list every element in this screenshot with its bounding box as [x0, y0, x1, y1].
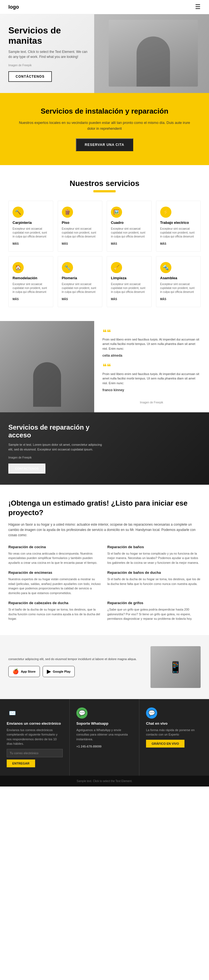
app-mockup-image: [150, 646, 201, 688]
service-more-1[interactable]: MÁS: [62, 242, 68, 245]
testimonial-item-0: ❝❝ Proin sed libero enim sed faucibus tu…: [102, 329, 201, 358]
repair-image-credit: Imagen de Freepik: [8, 456, 103, 459]
estimate-item-title-3: Reparación de baños de ducha: [107, 570, 201, 574]
testimonial-author-1: franco kinney: [102, 388, 201, 393]
hero-worker-image: [108, 20, 198, 87]
estimate-item-3: Reparación de baños de ducha Si el baño …: [107, 570, 201, 595]
service-card: 🔩 Asamblea Excepteur sint occaecat cupid…: [156, 256, 201, 307]
repair-access-section: Servicios de reparación y acceso Sample …: [0, 412, 209, 485]
service-more-3[interactable]: MÁS: [160, 242, 166, 245]
whatsapp-icon: 💬: [77, 708, 88, 719]
repair-title: Servicios de reparación y acceso: [8, 423, 103, 439]
estimate-item-4: Reparación de cabezales de ducha Si el b…: [8, 601, 102, 621]
testimonial-item-1: ❝❝ Proin sed libero enim sed faucibus tu…: [102, 364, 201, 393]
install-section: Servicios de instalación y reparación Nu…: [0, 93, 209, 165]
service-description-1: Excepteur sint occaecat cupidatat non pr…: [62, 227, 98, 239]
service-name-7: Asamblea: [160, 276, 197, 280]
services-title: Nuestros servicios: [8, 179, 201, 188]
google-play-icon: ▶: [47, 668, 51, 675]
footer-text: Sample text. Click to select the Text El…: [77, 780, 132, 783]
estimate-item-1: Reparación de baños Si el baño de su hog…: [107, 545, 201, 565]
service-description-5: Excepteur sint occaecat cupidatat non pr…: [62, 282, 98, 294]
service-icon-5: 🔧: [62, 262, 73, 273]
footer-whatsapp-title: Soporte Whatsapp: [77, 721, 132, 725]
app-text: consectetur adipiscing elit, sed do eius…: [8, 657, 145, 678]
service-description-6: Excepteur sint occaecat cupidatat non pr…: [111, 282, 147, 294]
live-chat-button[interactable]: GRÁFICO EN VIVO: [146, 740, 185, 748]
testimonial-text-0: Proin sed libero enim sed faucibus turpi…: [102, 338, 199, 350]
service-name-6: Limpieza: [111, 276, 147, 280]
estimate-item-title-2: Reparación de encimeras: [8, 570, 102, 574]
footer-email-title: Envíanos un correo electrónico: [7, 721, 63, 725]
repair-description: Sample te xt test. Lorem ipsum dolor sit…: [8, 442, 103, 452]
service-icon-6: 🧹: [111, 262, 122, 273]
service-card: 🔧 Plomería Excepteur sint occaecat cupid…: [58, 256, 102, 307]
footer-bar: Sample text. Click to select the Text El…: [0, 776, 209, 786]
quote-mark-0: ❝❝: [102, 329, 201, 336]
estimate-item-2: Reparación de encimeras Nuestros experto…: [8, 570, 102, 595]
apple-icon: 🍎: [13, 668, 19, 675]
service-icon-2: 🖼️: [111, 207, 122, 218]
menu-icon[interactable]: ☰: [195, 3, 201, 11]
hero-section: Servicios de manitas Sample text. Click …: [0, 14, 209, 93]
service-more-0[interactable]: MÁS: [13, 242, 19, 245]
estimate-item-title-1: Reparación de baños: [107, 545, 201, 549]
footer-chat-description: La forma más rápida de ponerse en contac…: [146, 728, 202, 737]
hero-content: Servicios de manitas Sample text. Click …: [0, 14, 101, 93]
service-name-3: Trabajo electrico: [160, 221, 197, 225]
footer-whatsapp-description: Agréguenos a WhatsApp y envíe consultas …: [77, 728, 132, 742]
service-icon-3: ⚡: [160, 207, 171, 218]
app-store-button[interactable]: 🍎 App Store: [8, 666, 40, 677]
email-input[interactable]: [7, 749, 63, 757]
testimonials-section: ❝❝ Proin sed libero enim sed faucibus tu…: [0, 321, 209, 413]
app-section: consectetur adipiscing elit, sed do eius…: [0, 635, 209, 699]
estimate-item-title-0: Reparación de cocina: [8, 545, 102, 549]
logo: logo: [8, 4, 19, 10]
contact-button[interactable]: CONTÁCTENOS: [8, 71, 52, 82]
footer-chat-title: Chat en vivo: [146, 721, 202, 725]
estimate-item-title-4: Reparación de cabezales de ducha: [8, 601, 102, 605]
service-name-1: Piso: [62, 221, 98, 225]
service-icon-4: 🏠: [13, 262, 24, 273]
estimate-item-text-0: No veas con una cocina anticuada o desco…: [8, 551, 102, 565]
chat-icon: 💬: [146, 708, 157, 719]
estimate-item-text-1: Si el baño de su hogar se torna complica…: [107, 551, 201, 565]
testimonial-text-1: Proin sed libero enim sed faucibus turpi…: [102, 372, 199, 385]
footer-phone: +1 245-678-89099: [77, 744, 132, 749]
estimate-item-text-3: Si el baño de la ducha de su hogar se to…: [107, 577, 201, 586]
google-play-button[interactable]: ▶ Google Play: [43, 666, 75, 677]
yellow-brush-divider: [93, 190, 116, 192]
service-card: ⚡ Trabajo electrico Excepteur sint occae…: [156, 201, 201, 252]
service-name-2: Cuadro: [111, 221, 147, 225]
estimate-item-title-5: Reparación de grifos: [107, 601, 201, 605]
footer-chat-col: 💬 Chat en vivo La forma más rápida de po…: [139, 699, 209, 776]
estimate-item-5: Reparación de grifos ¿Sabe que un grifo …: [107, 601, 201, 621]
service-more-2[interactable]: MÁS: [111, 242, 117, 245]
service-name-4: Remodelación: [13, 276, 49, 280]
estimate-section: ¡Obtenga un estimado gratis! ¿Listo para…: [0, 485, 209, 635]
service-more-6[interactable]: MÁS: [111, 298, 117, 301]
repair-contact-button[interactable]: CONTÁCTENOS: [8, 463, 45, 474]
service-more-4[interactable]: MÁS: [13, 298, 19, 301]
repair-content: Servicios de reparación y acceso Sample …: [0, 412, 112, 485]
reserve-button[interactable]: RESERVAR UNA CITA: [76, 138, 133, 151]
service-icon-0: 🔨: [13, 207, 24, 218]
service-more-5[interactable]: MÁS: [62, 298, 68, 301]
service-name-0: Carpintería: [13, 221, 49, 225]
service-card: 🏠 Remodelación Excepteur sint occaecat c…: [8, 256, 53, 307]
hero-title: Servicios de manitas: [8, 25, 92, 46]
estimate-title: ¡Obtenga un estimado gratis! ¿Listo para…: [8, 499, 201, 517]
services-grid: 🔨 Carpintería Excepteur sint occaecat cu…: [8, 201, 201, 307]
estimate-item-text-4: Si el baño de la ducha de su hogar se to…: [8, 607, 102, 621]
testimonial-author-0: celia almeda: [102, 353, 201, 358]
estimate-intro: Hágase un favor a su hogar y a usted mis…: [8, 522, 201, 538]
send-button[interactable]: ENTREGAR: [7, 759, 35, 767]
service-more-7[interactable]: MÁS: [160, 298, 166, 301]
services-section: Nuestros servicios 🔨 Carpintería Excepte…: [0, 165, 209, 321]
header: logo ☰: [0, 0, 209, 14]
footer-whatsapp-col: 💬 Soporte Whatsapp Agréguenos a WhatsApp…: [70, 699, 139, 776]
service-description-4: Excepteur sint occaecat cupidatat non pr…: [13, 282, 49, 294]
estimate-item-0: Reparación de cocina No veas con una coc…: [8, 545, 102, 565]
estimate-grid: Reparación de cocina No veas con una coc…: [8, 545, 201, 621]
footer-contact-section: ✉️ Envíanos un correo electrónico Envían…: [0, 699, 209, 776]
